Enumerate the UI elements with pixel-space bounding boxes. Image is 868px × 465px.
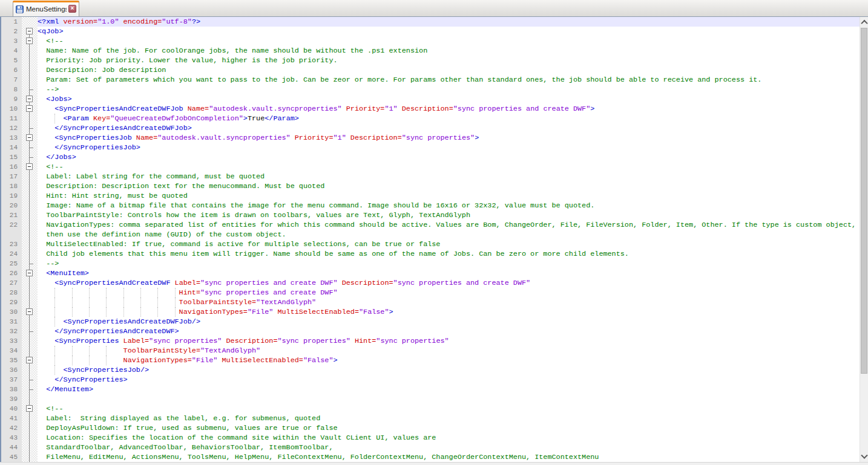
code-line[interactable]: 3 <!-- — [1, 36, 860, 46]
code-line[interactable]: 21 ToolbarPaintStyle: Controls how the i… — [1, 210, 860, 220]
fold-minus-icon[interactable] — [26, 96, 33, 102]
fold-minus-icon[interactable] — [26, 105, 33, 112]
vertical-scrollbar[interactable] — [860, 17, 868, 462]
fold-minus-icon[interactable] — [26, 163, 33, 170]
scroll-down-button[interactable] — [860, 452, 868, 462]
code-line[interactable]: 29 ToolbarPaintStyle="TextAndGlyph" — [1, 298, 860, 307]
code-text[interactable]: ToolbarPaintStyle="TextAndGlyph" — [38, 298, 860, 307]
code-line[interactable]: 17 Label: Label string for the command, … — [1, 172, 860, 181]
code-line[interactable]: 8 --> — [1, 85, 860, 94]
code-line[interactable]: 11 <Param Key="QueueCreateDwfJobOnComple… — [1, 114, 860, 123]
code-line[interactable]: 40 <!-- — [1, 404, 860, 414]
code-line[interactable]: 41 Label: String displayed as the label,… — [1, 414, 860, 423]
code-text[interactable]: Child job elements that this menu item w… — [38, 249, 860, 259]
code-text[interactable]: --> — [38, 85, 860, 94]
code-text[interactable]: </SyncPropertiesJob> — [38, 143, 860, 152]
code-text[interactable]: Priority: Job priority. Lower the value,… — [38, 56, 860, 65]
code-text[interactable]: Image: Name of a bitmap file that contai… — [38, 201, 860, 210]
fold-minus-icon[interactable] — [26, 28, 33, 34]
code-line[interactable]: 18 Description: Description text for the… — [1, 181, 860, 191]
code-line[interactable]: 34 ToolbarPaintStyle="TextAndGlyph" — [1, 346, 860, 356]
fold-minus-icon[interactable] — [26, 405, 33, 412]
tab-menusettings-xml[interactable]: MenuSettings.xml × — [13, 1, 79, 16]
code-line[interactable]: 16 <!-- — [1, 162, 860, 172]
code-text[interactable]: Name: Name of the job. For coolOrange jo… — [38, 46, 860, 56]
fold-collapse-box[interactable] — [22, 27, 38, 36]
code-text[interactable]: <Jobs> — [38, 94, 860, 104]
code-line[interactable]: 45 FileMenu, EditMenu, ActionsMenu, Tool… — [1, 452, 860, 462]
code-line[interactable]: 37 </SyncProperties> — [1, 375, 860, 385]
code-line[interactable]: 9 <Jobs> — [1, 94, 860, 104]
code-text[interactable]: --> — [38, 259, 860, 268]
code-text[interactable]: <SyncPropertiesAndCreateDWFJob Name="aut… — [38, 104, 860, 114]
fold-collapse-box[interactable] — [22, 104, 38, 114]
code-line[interactable]: 12 </SyncPropertiesAndCreateDWFJob> — [1, 123, 860, 133]
code-area[interactable]: 1<?xml version="1.0" encoding="utf-8"?>2… — [1, 17, 860, 462]
code-text[interactable]: NavigationTypes="File" MultiSelectEnable… — [38, 307, 860, 317]
fold-collapse-box[interactable] — [22, 268, 38, 278]
code-text[interactable]: Description: Job description — [38, 65, 860, 75]
fold-collapse-box[interactable] — [22, 307, 38, 317]
fold-minus-icon[interactable] — [26, 134, 33, 141]
code-line[interactable]: 6 Description: Job description — [1, 65, 860, 75]
scroll-up-button[interactable] — [860, 17, 868, 27]
code-line[interactable]: 31 <SyncPropertiesAndCreateDWFJob/> — [1, 317, 860, 327]
fold-minus-icon[interactable] — [26, 308, 33, 315]
code-line[interactable]: 24 Child job elements that this menu ite… — [1, 249, 860, 259]
fold-collapse-box[interactable] — [22, 94, 38, 104]
code-line[interactable]: 5 Priority: Job priority. Lower the valu… — [1, 56, 860, 65]
code-line[interactable]: 4 Name: Name of the job. For coolOrange … — [1, 46, 860, 56]
code-line[interactable]: 32 </SyncPropertiesAndCreateDWF> — [1, 327, 860, 336]
code-text[interactable]: Description: Description text for the me… — [38, 181, 860, 191]
code-line[interactable]: 38 </MenuItem> — [1, 385, 860, 394]
code-text[interactable]: Label: Label string for the command, mus… — [38, 172, 860, 181]
code-text[interactable]: Location: Specifies the location of the … — [38, 433, 860, 443]
code-line[interactable]: 26 <MenuItem> — [1, 268, 860, 278]
fold-minus-icon[interactable] — [26, 37, 33, 44]
fold-collapse-box[interactable] — [22, 162, 38, 172]
code-text[interactable]: <SyncPropertiesAndCreateDWFJob/> — [38, 317, 860, 327]
code-text[interactable]: </MenuItem> — [38, 385, 860, 394]
code-text[interactable]: <SyncPropertiesAndCreateDWF Label="sync … — [38, 278, 860, 288]
code-text[interactable]: Hint: Hint string, must be quoted — [38, 191, 860, 201]
close-icon[interactable]: × — [68, 5, 76, 13]
code-line[interactable]: 1<?xml version="1.0" encoding="utf-8"?> — [1, 17, 860, 27]
code-text[interactable]: </SyncPropertiesAndCreateDWF> — [38, 327, 860, 336]
code-text[interactable]: <SyncPropertiesJob Name="autodesk.vault.… — [38, 133, 860, 143]
code-text[interactable]: ToolbarPaintStyle: Controls how the item… — [38, 210, 860, 220]
code-text[interactable]: </SyncPropertiesAndCreateDWFJob> — [38, 123, 860, 133]
code-line[interactable]: 19 Hint: Hint string, must be quoted — [1, 191, 860, 201]
code-line[interactable]: 14 </SyncPropertiesJob> — [1, 143, 860, 152]
code-text[interactable]: then use the defintion name (GUID) of th… — [38, 230, 860, 239]
code-text[interactable] — [38, 394, 860, 404]
scrollbar-thumb[interactable] — [861, 28, 867, 374]
code-text[interactable]: <MenuItem> — [38, 268, 860, 278]
code-text[interactable]: NavigationTypes: comma separated list of… — [38, 220, 860, 230]
code-line[interactable]: 30 NavigationTypes="File" MultiSelectEna… — [1, 307, 860, 317]
code-text[interactable]: NavigationTypes="File" MultiSelectEnable… — [38, 356, 860, 365]
code-line[interactable]: 35 NavigationTypes="File" MultiSelectEna… — [1, 356, 860, 365]
fold-collapse-box[interactable] — [22, 36, 38, 46]
code-line[interactable]: 15 </Jobs> — [1, 152, 860, 162]
code-text[interactable]: <Param Key="QueueCreateDwfJobOnCompletio… — [38, 114, 860, 123]
code-text[interactable]: Param: Set of parameters which you want … — [38, 75, 860, 85]
code-line[interactable]: 36 <SyncPropertiesJob/> — [1, 365, 860, 375]
code-text[interactable]: <!-- — [38, 404, 860, 414]
code-text[interactable]: FileMenu, EditMenu, ActionsMenu, ToolsMe… — [38, 452, 860, 462]
code-text[interactable]: <!-- — [38, 162, 860, 172]
code-line[interactable]: 13 <SyncPropertiesJob Name="autodesk.vau… — [1, 133, 860, 143]
code-line[interactable]: 27 <SyncPropertiesAndCreateDWF Label="sy… — [1, 278, 860, 288]
code-text[interactable]: </Jobs> — [38, 152, 860, 162]
fold-minus-icon[interactable] — [26, 270, 33, 276]
code-text[interactable]: ToolbarPaintStyle="TextAndGlyph" — [38, 346, 860, 356]
code-line[interactable]: 2<qJob> — [1, 27, 860, 36]
code-line-wrap[interactable]: then use the defintion name (GUID) of th… — [1, 230, 860, 239]
code-line[interactable]: 7 Param: Set of parameters which you wan… — [1, 75, 860, 85]
code-line[interactable]: 25 --> — [1, 259, 860, 268]
xml-editor[interactable]: 1<?xml version="1.0" encoding="utf-8"?>2… — [0, 17, 868, 462]
code-text[interactable]: Label: String displayed as the label, e.… — [38, 414, 860, 423]
fold-collapse-box[interactable] — [22, 404, 38, 414]
code-line[interactable]: 33 <SyncProperties Label="sync propertie… — [1, 336, 860, 346]
code-text[interactable]: <SyncProperties Label="sync properties" … — [38, 336, 860, 346]
code-line[interactable]: 23 MultiSelectEnabled: If true, command … — [1, 239, 860, 249]
